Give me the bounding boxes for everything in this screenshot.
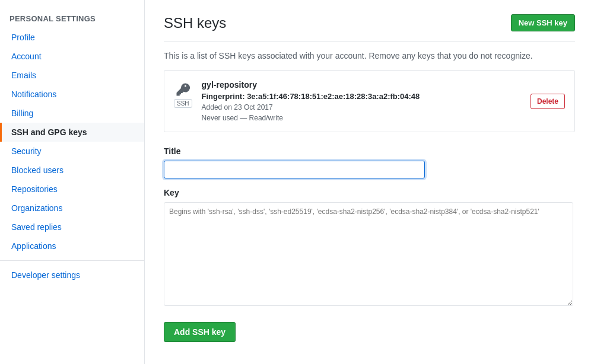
title-form-group: Title bbox=[164, 146, 575, 178]
sidebar-item-notifications[interactable]: Notifications bbox=[0, 85, 144, 104]
key-form-group: Key bbox=[164, 188, 575, 308]
sidebar-title: Personal settings bbox=[0, 9, 144, 28]
title-label: Title bbox=[164, 146, 575, 156]
sidebar-item-repositories[interactable]: Repositories bbox=[0, 180, 144, 199]
ssh-key-added: Added on 23 Oct 2017 bbox=[202, 103, 420, 111]
sidebar-item-saved-replies[interactable]: Saved replies bbox=[0, 218, 144, 237]
sidebar: Personal settings Profile Account Emails… bbox=[0, 0, 145, 364]
sidebar-divider bbox=[0, 260, 144, 261]
sidebar-item-ssh-gpg-keys[interactable]: SSH and GPG keys bbox=[0, 123, 144, 142]
sidebar-item-emails[interactable]: Emails bbox=[0, 66, 144, 85]
sidebar-item-account[interactable]: Account bbox=[0, 47, 144, 66]
key-textarea[interactable] bbox=[164, 202, 573, 306]
new-ssh-key-button[interactable]: New SSH key bbox=[511, 14, 575, 31]
page-description: This is a list of SSH keys associated wi… bbox=[164, 51, 575, 60]
ssh-key-usage: Never used — Read/write bbox=[202, 114, 420, 122]
ssh-key-icon-area: SSH bbox=[174, 82, 192, 108]
title-input[interactable] bbox=[164, 161, 425, 178]
sidebar-item-organizations[interactable]: Organizations bbox=[0, 199, 144, 218]
page-header: SSH keys New SSH key bbox=[164, 14, 575, 41]
key-label: Key bbox=[164, 188, 575, 197]
sidebar-item-blocked-users[interactable]: Blocked users bbox=[0, 161, 144, 180]
sidebar-item-profile[interactable]: Profile bbox=[0, 28, 144, 47]
ssh-badge: SSH bbox=[174, 99, 192, 108]
fingerprint-value: 3e:a5:1f:46:78:18:51:e2:ae:18:28:3a:a2:f… bbox=[247, 92, 420, 101]
key-icon bbox=[176, 82, 190, 97]
ssh-key-info: SSH gyl-repository Fingerprint: 3e:a5:1f… bbox=[174, 80, 420, 122]
sidebar-item-security[interactable]: Security bbox=[0, 142, 144, 161]
sidebar-item-developer-settings[interactable]: Developer settings bbox=[0, 266, 144, 285]
delete-ssh-key-button[interactable]: Delete bbox=[531, 94, 565, 109]
add-ssh-key-button[interactable]: Add SSH key bbox=[164, 322, 236, 342]
sidebar-item-billing[interactable]: Billing bbox=[0, 104, 144, 123]
main-content: SSH keys New SSH key This is a list of S… bbox=[145, 0, 594, 364]
ssh-key-fingerprint: Fingerprint: 3e:a5:1f:46:78:18:51:e2:ae:… bbox=[202, 92, 420, 101]
ssh-key-details: gyl-repository Fingerprint: 3e:a5:1f:46:… bbox=[202, 80, 420, 122]
fingerprint-label: Fingerprint: bbox=[202, 92, 245, 101]
ssh-key-card: SSH gyl-repository Fingerprint: 3e:a5:1f… bbox=[164, 70, 575, 132]
page-title: SSH keys bbox=[164, 15, 226, 31]
ssh-key-name: gyl-repository bbox=[202, 80, 420, 90]
sidebar-item-applications[interactable]: Applications bbox=[0, 237, 144, 256]
